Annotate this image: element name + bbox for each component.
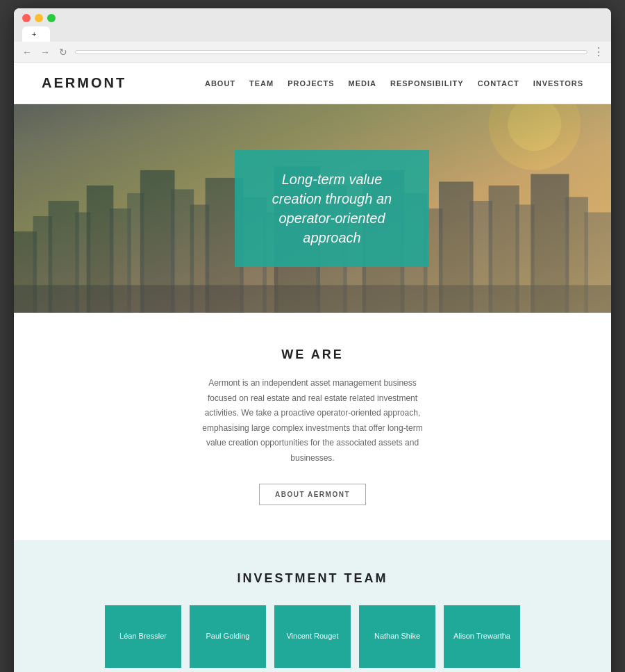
reload-button[interactable]: ↻ [57,46,69,58]
about-section: WE ARE Aermont is an independent asset m… [14,313,611,540]
about-heading: WE ARE [42,347,583,362]
team-card-3[interactable]: Nathan Shike [359,605,435,668]
team-card-1[interactable]: Paul Golding [190,605,266,668]
minimize-button[interactable] [35,14,43,22]
team-card-4[interactable]: Alison Trewartha [444,605,520,668]
team-card-2[interactable]: Vincent Rouget [274,605,351,668]
team-section: INVESTMENT TEAM Léan Bressler Paul Goldi… [14,540,611,672]
browser-chrome: + [14,8,611,42]
site-logo: AERMONT [42,75,126,91]
about-cta-button[interactable]: ABOUT AERMONT [259,484,366,505]
nav-media[interactable]: MEDIA [349,79,376,88]
browser-window: + ← → ↻ ⋮ AERMONT ABOUT TEAM PROJECTS ME… [14,8,611,672]
team-member-1-name: Paul Golding [206,631,250,641]
browser-dots [22,14,603,22]
team-heading: INVESTMENT TEAM [42,571,583,586]
nav-contact[interactable]: CONTACT [478,79,519,88]
team-member-4-name: Alison Trewartha [453,631,510,641]
nav-responsibility[interactable]: RESPONSIBILITY [390,79,464,88]
more-options-button[interactable]: ⋮ [593,45,604,58]
team-member-0-name: Léan Bressler [119,631,167,641]
team-cards: Léan Bressler Paul Golding Vincent Rouge… [42,605,583,668]
hero-tagline: Long-term value creation through an oper… [260,170,404,247]
browser-nav-bar: ← → ↻ ⋮ [14,42,611,63]
nav-about[interactable]: ABOUT [205,79,235,88]
tab-label: + [32,30,36,38]
team-member-3-name: Nathan Shike [374,631,420,641]
browser-tab[interactable]: + [22,26,50,42]
team-member-2-name: Vincent Rouget [286,631,338,641]
nav-investors[interactable]: INVESTORS [533,79,583,88]
hero-image: Long-term value creation through an oper… [14,104,611,313]
forward-button[interactable]: → [39,46,51,58]
maximize-button[interactable] [47,14,56,22]
site-header: AERMONT ABOUT TEAM PROJECTS MEDIA RESPON… [14,63,611,104]
close-button[interactable] [22,14,31,22]
team-card-0[interactable]: Léan Bressler [105,605,181,668]
url-bar[interactable] [75,50,588,54]
about-body: Aermont is an independent asset manageme… [194,376,431,466]
browser-tab-bar: + [22,26,603,42]
hero-section: Long-term value creation through an oper… [14,104,611,313]
nav-projects[interactable]: PROJECTS [288,79,334,88]
hero-tagline-box: Long-term value creation through an oper… [235,150,429,267]
site-nav: ABOUT TEAM PROJECTS MEDIA RESPONSIBILITY… [205,79,583,88]
nav-team[interactable]: TEAM [249,79,274,88]
back-button[interactable]: ← [21,46,33,58]
site-content: AERMONT ABOUT TEAM PROJECTS MEDIA RESPON… [14,63,611,672]
